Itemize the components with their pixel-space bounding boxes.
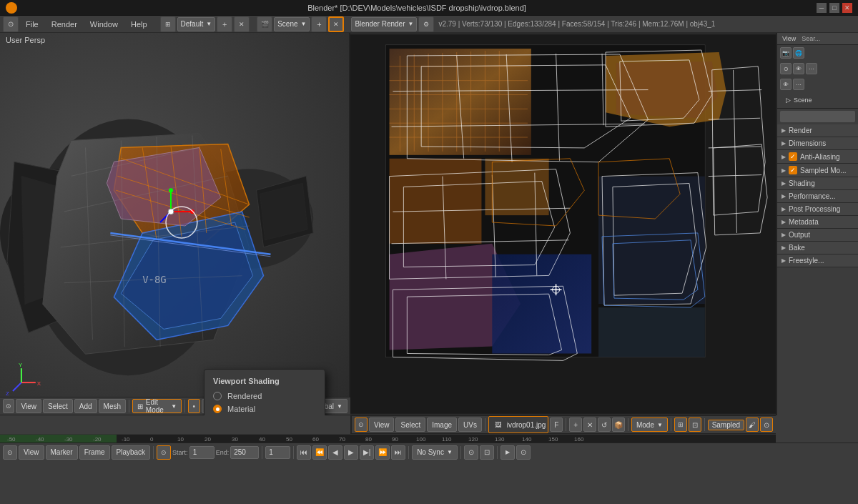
scrubber-bar[interactable]: -50 -40 -30 -20 -10 0 10 20 30 40 50 60 … xyxy=(0,434,776,443)
panel-tab-view[interactable]: View xyxy=(780,34,798,43)
sampled-section-header[interactable]: ▶ ✓ Sampled Mo... xyxy=(777,164,858,177)
aa-checkbox[interactable]: ✓ xyxy=(789,152,797,161)
freestyle-section-header[interactable]: ▶ Freestyle... xyxy=(777,255,858,267)
menu-render[interactable]: Render xyxy=(46,19,83,30)
edit-mode-btn[interactable]: ⊞ Edit Mode ▼ xyxy=(132,399,182,413)
panel-icon-5[interactable]: ⋯ xyxy=(806,63,817,74)
prev-frame-btn[interactable]: ◀ xyxy=(328,445,342,460)
prev-image-btn[interactable]: F xyxy=(550,417,563,432)
aa-section-header[interactable]: ▶ ✓ Anti-Aliasing xyxy=(777,150,858,163)
search-field[interactable] xyxy=(780,111,855,122)
refresh-btn[interactable]: ↺ xyxy=(598,417,611,432)
workspace-dropdown[interactable]: Default ▼ xyxy=(177,17,216,31)
timeline-marker[interactable]: Marker xyxy=(46,445,78,460)
pack-btn[interactable]: 📦 xyxy=(612,417,625,432)
shading-rendered[interactable]: Rendered xyxy=(204,390,325,402)
shading-material-label: Material xyxy=(227,405,255,413)
menu-help[interactable]: Help xyxy=(125,19,153,30)
panel-icon-2[interactable]: 🌐 xyxy=(793,47,804,59)
dimensions-section-header[interactable]: ▶ Dimensions xyxy=(777,137,858,149)
workspace-icon[interactable]: ⊞ xyxy=(160,16,176,32)
tree-scene[interactable]: ▷ Scene xyxy=(780,95,855,105)
next-key-btn[interactable]: ⏩ xyxy=(375,445,390,460)
bake-section-header[interactable]: ▶ Bake xyxy=(777,242,858,254)
timeline-frame[interactable]: Frame xyxy=(79,445,110,460)
performance-section-header[interactable]: ▶ Performance... xyxy=(777,190,858,202)
current-frame-input[interactable] xyxy=(265,446,290,459)
uv-paint-btn[interactable]: 🖌 xyxy=(746,417,759,432)
next-frame-btn[interactable]: ▶| xyxy=(360,445,374,460)
select-menu-right[interactable]: Select xyxy=(395,417,425,432)
maximize-button[interactable]: □ xyxy=(829,3,839,13)
minimize-button[interactable]: ─ xyxy=(817,3,827,13)
panel-icon-4[interactable]: 👁 xyxy=(793,63,804,74)
renderer-icon[interactable]: ⚙ xyxy=(418,16,434,32)
play-btn[interactable]: ▶ xyxy=(344,445,358,460)
add-image-btn[interactable]: + xyxy=(569,417,582,432)
vert-select-btn[interactable]: • xyxy=(188,399,199,413)
app-menu-icon[interactable]: ⊙ xyxy=(3,16,19,32)
left-viewport[interactable]: User Persp xyxy=(0,33,350,415)
workspace-add-btn[interactable]: + xyxy=(217,16,232,32)
post-section-header[interactable]: ▶ Post Processing xyxy=(777,203,858,215)
panel-icon-7[interactable]: ⋯ xyxy=(793,79,804,90)
mesh-menu[interactable]: Mesh xyxy=(99,399,126,413)
timeline-marker-label: Marker xyxy=(51,448,73,456)
timeline-icon-btn[interactable]: ⊙ xyxy=(3,445,17,460)
prev-key-btn[interactable]: ⏪ xyxy=(312,445,327,460)
panel-tab-search[interactable]: Sear... xyxy=(799,34,822,43)
panel-icon-6[interactable]: 👁 xyxy=(780,79,792,90)
select-label: Select xyxy=(48,402,68,410)
extra-btn[interactable]: ⊙ xyxy=(516,445,531,460)
scene-add-btn[interactable]: + xyxy=(311,16,327,32)
keying-icon[interactable]: ⊙ xyxy=(157,445,171,460)
render-section-header[interactable]: ▶ Render xyxy=(777,124,858,137)
keying-btn-1[interactable]: ⊙ xyxy=(464,445,478,460)
3d-viewport-canvas[interactable]: V-8G xyxy=(0,33,349,415)
jump-start-btn[interactable]: ⏮ xyxy=(297,445,311,460)
panel-section-performance: ▶ Performance... xyxy=(777,190,858,203)
keying-btn-2[interactable]: ⊡ xyxy=(480,445,494,460)
uv-mode-btn[interactable]: Mode ▼ xyxy=(631,417,668,432)
output-section-header[interactable]: ▶ Output xyxy=(777,229,858,241)
workspace-close-btn[interactable]: ✕ xyxy=(234,16,250,32)
performance-section-label: Performance... xyxy=(789,192,836,200)
image-menu[interactable]: Image xyxy=(427,417,457,432)
scene-dropdown[interactable]: Scene ▼ xyxy=(274,17,310,31)
renderer-dropdown[interactable]: Blender Render ▼ xyxy=(351,17,417,31)
shading-section-header[interactable]: ▶ Shading xyxy=(777,177,858,189)
shading-material[interactable]: Material xyxy=(204,402,325,415)
menu-window[interactable]: Window xyxy=(84,19,124,30)
start-frame-input[interactable] xyxy=(189,446,214,459)
select-menu-left[interactable]: Select xyxy=(43,399,73,413)
render-btn[interactable]: ▶ xyxy=(500,445,515,460)
end-frame-input[interactable] xyxy=(230,446,259,459)
bottom-bar-right: ⊙ View Select Image UVs 🖼 ivdrop01.jpg F… xyxy=(350,415,776,434)
viewport-icon-btn[interactable]: ⊙ xyxy=(3,399,14,413)
uvs-menu[interactable]: UVs xyxy=(458,417,482,432)
mode-label: Edit Mode xyxy=(146,398,169,414)
panel-icon-3[interactable]: ⊙ xyxy=(780,63,792,74)
timeline-sep-4 xyxy=(408,446,409,459)
view-menu-left[interactable]: View xyxy=(16,399,41,413)
scene-close-btn[interactable]: ✕ xyxy=(328,16,344,32)
view-menu-right[interactable]: View xyxy=(369,417,395,432)
uv-snap-btn[interactable]: ⊡ xyxy=(689,417,701,432)
uv-extra-btn[interactable]: ⊙ xyxy=(760,417,773,432)
metadata-section-header[interactable]: ▶ Metadata xyxy=(777,216,858,228)
right-viewport[interactable] xyxy=(350,33,776,415)
uv-view-btn[interactable]: ⊞ xyxy=(674,417,687,432)
close-image-btn[interactable]: ✕ xyxy=(583,417,596,432)
sync-dropdown[interactable]: No Sync ▼ xyxy=(412,445,458,460)
add-menu-left[interactable]: Add xyxy=(74,399,97,413)
panel-scene-icon[interactable]: 📷 xyxy=(780,47,792,59)
sampled-checkbox[interactable]: ✓ xyxy=(789,166,797,174)
timeline-view[interactable]: View xyxy=(19,445,44,460)
close-button[interactable]: ✕ xyxy=(842,3,852,13)
image-type-icon[interactable]: 🖼 xyxy=(491,417,506,432)
jump-end-btn[interactable]: ⏭ xyxy=(391,445,405,460)
uv-icon-btn[interactable]: ⊙ xyxy=(355,417,368,432)
timeline-playback[interactable]: Playback xyxy=(112,445,151,460)
scene-icon[interactable]: 🎬 xyxy=(257,16,272,32)
menu-file[interactable]: File xyxy=(20,19,44,30)
